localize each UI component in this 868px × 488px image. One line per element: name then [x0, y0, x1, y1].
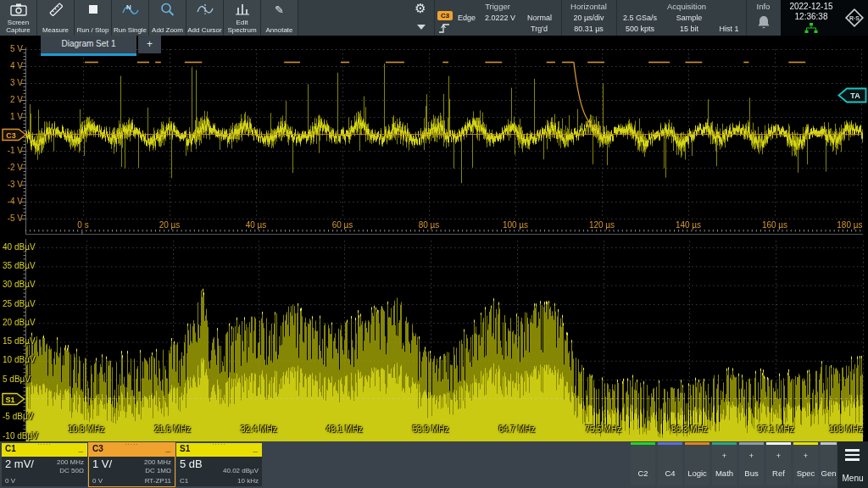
- channel-scale: 1 V/: [92, 458, 112, 470]
- minimize-button[interactable]: _: [253, 443, 258, 452]
- horizontal-offset: 80.31 µs: [561, 25, 616, 33]
- spectrum-source: C1: [180, 477, 188, 485]
- screen-capture-button[interactable]: Screen Capture: [0, 0, 37, 36]
- plus-icon: +: [766, 452, 791, 460]
- channel-color-stripe: [766, 442, 791, 445]
- channel-color-stripe: [658, 442, 682, 445]
- rs-logo: R·S: [843, 7, 865, 29]
- oscilloscope-screen: Screen Capture Measure Run / Stop N Run …: [0, 0, 868, 488]
- network-status-icon: [804, 23, 818, 34]
- spectrum-icon: [224, 2, 260, 17]
- add-ref-button[interactable]: + Ref: [766, 442, 791, 485]
- add-bus-button[interactable]: + Bus: [739, 442, 764, 485]
- channel-scale: 2 mV/: [5, 458, 34, 470]
- add-tab-button[interactable]: +: [138, 36, 161, 53]
- horizontal-title: Horizontal: [561, 2, 616, 11]
- acquisition-mode: Sample: [665, 14, 713, 22]
- signal-box-body: 5 dB 40.02 dBµV C1 10 kHz: [176, 457, 262, 486]
- add-cursor-button[interactable]: Add Cursor: [186, 0, 224, 36]
- rbw-label: 10 kHz: [237, 477, 259, 485]
- acquisition-rate: 2.5 GSa/s: [616, 14, 664, 22]
- signal-box-s1[interactable]: ····· S1 _ 5 dB 40.02 dBµV C1 10 kHz: [176, 443, 262, 486]
- ruler-icon: [37, 2, 74, 17]
- channel-color-stripe: [739, 442, 764, 445]
- annotate-button[interactable]: ✎ Annotate: [261, 0, 298, 36]
- edit-spectrum-button[interactable]: Edit Spectrum: [224, 0, 261, 36]
- svg-text:TA: TA: [850, 92, 860, 100]
- svg-text:S1: S1: [5, 396, 14, 404]
- trigger-annotation-marker-ta[interactable]: TA: [837, 87, 867, 103]
- signal-box-header[interactable]: ····· C3 _: [89, 443, 175, 457]
- cursor-wave-icon: [186, 2, 223, 17]
- gen-button[interactable]: Gen: [821, 442, 837, 485]
- channel-name: C1: [5, 444, 16, 453]
- gear-icon: ⚙: [407, 1, 434, 16]
- plus-icon: +: [793, 452, 818, 460]
- run-stop-button[interactable]: Run / Stop: [75, 0, 112, 36]
- acquisition-history: Hist 1: [713, 25, 745, 33]
- add-spec-button[interactable]: + Spec: [793, 442, 818, 485]
- datetime-block: 2022-12-15 12:36:38 R·S: [781, 0, 868, 36]
- channel-button-c4[interactable]: C4: [658, 442, 682, 485]
- channel-color-stripe: [631, 442, 655, 445]
- add-zoom-button[interactable]: Add Zoom: [149, 0, 186, 36]
- acquisition-resolution: 15 bit: [665, 25, 713, 33]
- date-label: 2022-12-15: [781, 2, 842, 11]
- signal-box-header[interactable]: ····· C1 _: [2, 443, 87, 457]
- spectrum-marker-s1[interactable]: S1: [2, 392, 25, 406]
- run-single-button[interactable]: N Run Single: [112, 0, 149, 36]
- acquisition-title: Acquisition: [640, 2, 733, 11]
- svg-text:N: N: [126, 3, 131, 11]
- signal-box-body: 1 V/ 200 MHzDC 1MΩ 0 V RT-ZP11: [89, 457, 175, 486]
- minimize-button[interactable]: _: [165, 443, 170, 452]
- info-title: Info: [746, 2, 781, 11]
- time-label: 12:36:38: [781, 12, 842, 21]
- trigger-level: 2.0222 V: [485, 14, 515, 22]
- spectrum-name: S1: [180, 444, 190, 453]
- channel-color-stripe: [685, 442, 709, 445]
- channel-color-stripe: [712, 442, 737, 445]
- signal-box-c1[interactable]: ····· C1 _ 2 mV/ 200 MHzDC 50Ω 0 V: [2, 443, 87, 486]
- signal-box-header[interactable]: ····· S1 _: [176, 443, 262, 457]
- measure-button[interactable]: Measure: [37, 0, 75, 36]
- add-math-button[interactable]: + Math: [712, 442, 737, 485]
- channel-button-c2[interactable]: C2: [631, 442, 655, 485]
- signal-box-c3[interactable]: ····· C3 _ 1 V/ 200 MHzDC 1MΩ 0 V RT-ZP1…: [89, 443, 175, 486]
- minimize-button[interactable]: _: [78, 443, 83, 452]
- channel-coupling: DC 1MΩ: [145, 467, 171, 474]
- channel-offset: 0 V: [92, 477, 103, 485]
- stop-icon: [75, 2, 111, 17]
- plus-icon: +: [739, 452, 764, 460]
- bell-icon[interactable]: [757, 14, 771, 30]
- spectrum-scale: 5 dB: [180, 458, 203, 470]
- logic-button[interactable]: Logic: [685, 442, 709, 485]
- pencil-icon: ✎: [261, 2, 298, 17]
- hamburger-icon: [845, 449, 860, 463]
- svg-text:C3: C3: [6, 131, 16, 140]
- acquisition-points: 500 kpts: [616, 25, 664, 33]
- channel-marker-c3[interactable]: C3: [2, 128, 27, 141]
- tab-diagram-set-1[interactable]: Diagram Set 1: [41, 36, 136, 56]
- horizontal-scale: 20 µs/div: [561, 14, 616, 22]
- channel-color-stripe: [821, 442, 837, 445]
- chevron-down-icon: [417, 25, 426, 30]
- waveform-canvas[interactable]: [0, 0, 868, 488]
- edge-trigger-icon: [438, 22, 450, 34]
- top-toolbar: Screen Capture Measure Run / Stop N Run …: [0, 0, 868, 36]
- trigger-type: Edge: [458, 14, 476, 22]
- channel-coupling: DC 50Ω: [59, 467, 84, 474]
- trigger-title: Trigger: [434, 2, 561, 11]
- probe-label: RT-ZP11: [145, 477, 171, 485]
- plus-icon: +: [712, 452, 737, 460]
- bottom-bar: ····· C1 _ 2 mV/ 200 MHzDC 50Ω 0 V ·····…: [0, 441, 868, 488]
- trigger-mode: Normal: [527, 14, 552, 22]
- menu-button[interactable]: Menu: [837, 441, 868, 488]
- signal-box-body: 2 mV/ 200 MHzDC 50Ω 0 V: [2, 457, 87, 486]
- reference-level: 40.02 dBµV: [223, 467, 259, 474]
- channel-bandwidth: 200 MHz: [57, 458, 84, 466]
- trigger-source-badge[interactable]: C3: [437, 11, 453, 20]
- svg-text:R·S: R·S: [849, 15, 860, 21]
- settings-gear-button[interactable]: ⚙: [407, 0, 434, 36]
- trigger-state: Trg'd: [531, 25, 548, 33]
- run-single-icon: N: [112, 2, 148, 17]
